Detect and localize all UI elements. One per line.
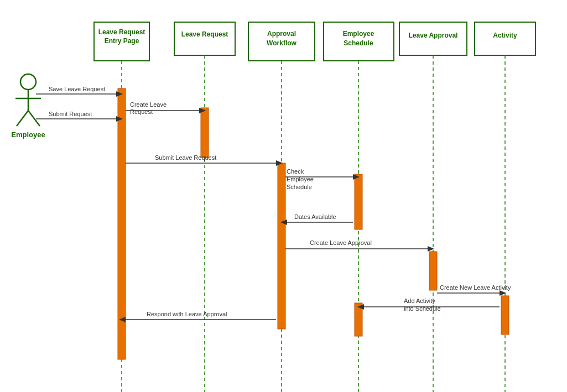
svg-text:Request: Request (130, 108, 153, 115)
svg-text:Activity: Activity (493, 32, 517, 39)
svg-text:Leave Request: Leave Request (181, 30, 228, 38)
svg-text:Entry Page: Entry Page (105, 37, 139, 45)
svg-text:Leave Request: Leave Request (98, 28, 145, 36)
svg-text:Create Leave Approval: Create Leave Approval (310, 239, 372, 246)
svg-text:Add Activity: Add Activity (404, 297, 435, 304)
svg-line-25 (28, 111, 40, 126)
svg-text:Save Leave Request: Save Leave Request (49, 86, 105, 92)
svg-text:Approval: Approval (267, 30, 296, 38)
svg-text:Create Leave: Create Leave (130, 101, 167, 108)
sequence-diagram: Leave Request Entry Page Leave Request A… (0, 0, 567, 392)
svg-rect-29 (278, 163, 285, 329)
svg-text:Leave Approval: Leave Approval (409, 32, 458, 39)
svg-text:Employee: Employee (11, 130, 45, 139)
svg-text:Employee: Employee (287, 176, 314, 182)
svg-text:Submit  Leave Request: Submit Leave Request (155, 154, 216, 161)
svg-text:Dates Available: Dates Available (294, 213, 336, 220)
svg-point-21 (20, 74, 36, 90)
svg-text:into Schedule: into Schedule (404, 305, 441, 312)
svg-text:Respond with Leave Approval: Respond with Leave Approval (147, 311, 227, 317)
svg-text:Employee: Employee (343, 30, 374, 38)
svg-text:Workflow: Workflow (267, 39, 296, 47)
svg-line-24 (17, 111, 28, 126)
svg-text:Schedule: Schedule (344, 39, 373, 47)
svg-text:Submit  Request: Submit Request (49, 111, 92, 117)
svg-text:Check: Check (287, 168, 304, 175)
svg-text:Schedule: Schedule (287, 184, 312, 190)
svg-rect-3 (174, 22, 235, 55)
diagram-svg: Leave Request Entry Page Leave Request A… (0, 0, 567, 392)
svg-rect-32 (501, 296, 509, 334)
svg-rect-28 (201, 108, 209, 158)
svg-rect-31 (429, 252, 437, 290)
svg-rect-30 (355, 174, 362, 229)
svg-text:Create New Leave Activity: Create New Leave Activity (440, 284, 511, 291)
